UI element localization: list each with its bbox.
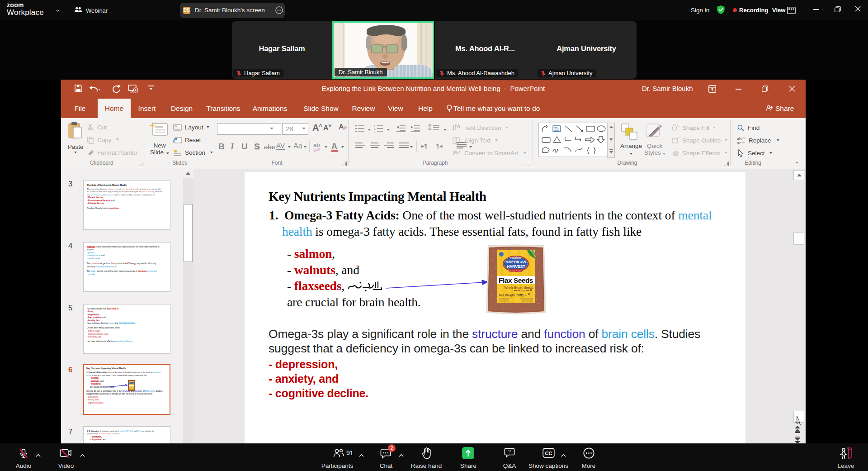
svg-text:CC: CC	[545, 451, 552, 456]
svg-text:Net Weight: 500g: Net Weight: 500g	[499, 294, 524, 297]
svg-text:Quality Product: Quality Product	[509, 270, 522, 272]
svg-text:HARVEST: HARVEST	[507, 264, 526, 269]
svg-text:3: 3	[374, 130, 376, 133]
svg-text:Whole Brown Seeds: Whole Brown Seeds	[505, 286, 533, 289]
svg-text:?: ?	[508, 449, 511, 454]
svg-text:PREMIUM: PREMIUM	[510, 257, 521, 259]
svg-text:A: A	[457, 124, 460, 129]
svg-text:AMERICAN: AMERICAN	[505, 260, 526, 264]
svg-text:Flax Seeds: Flax Seeds	[499, 276, 533, 284]
svg-text:ac: ac	[737, 141, 741, 145]
